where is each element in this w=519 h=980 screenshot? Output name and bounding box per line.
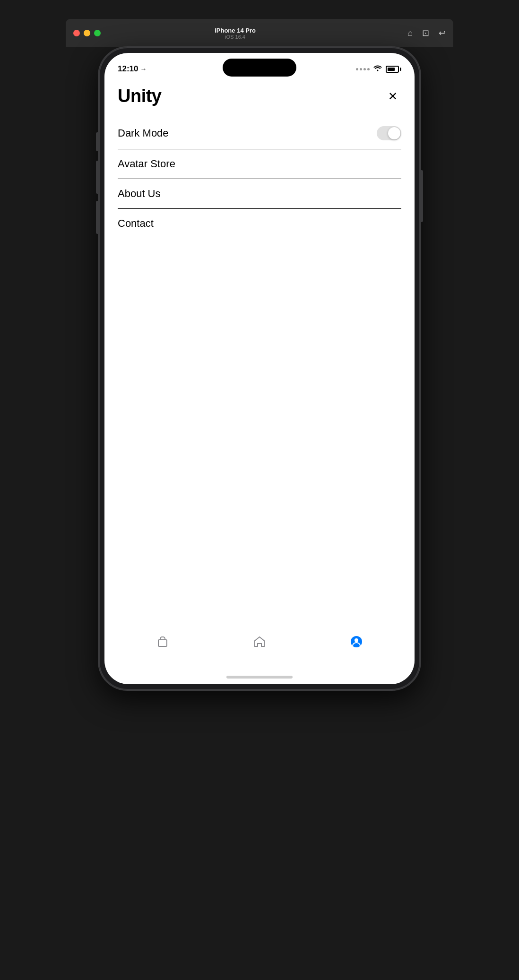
location-arrow-icon: → (140, 65, 147, 73)
status-bar: 12:10 → (104, 53, 415, 78)
volume-up-button (96, 161, 99, 194)
app-title: Unity (118, 86, 162, 106)
menu-list: Dark Mode Avatar Store About Us Contact (118, 118, 401, 623)
battery-icon (386, 66, 401, 73)
toolbar-icons: ⌂ ⊡ ↩ (407, 28, 446, 38)
home-bar (226, 676, 293, 679)
about-us-label: About Us (118, 188, 161, 200)
device-ios-version: iOS 16.4 (69, 34, 402, 40)
mac-toolbar: iPhone 14 Pro iOS 16.4 ⌂ ⊡ ↩ (66, 19, 453, 47)
home-icon (253, 635, 266, 648)
home-indicator (104, 670, 415, 684)
toggle-thumb (388, 127, 400, 139)
app-header: Unity ✕ (118, 78, 401, 118)
signal-icon (356, 68, 370, 70)
app-content: Unity ✕ Dark Mode Avatar Store (104, 78, 415, 623)
home-toolbar-icon[interactable]: ⌂ (407, 28, 413, 38)
toolbar-title: iPhone 14 Pro iOS 16.4 (69, 27, 402, 40)
device-name: iPhone 14 Pro (69, 27, 402, 34)
svg-point-2 (355, 638, 358, 642)
dynamic-island (223, 59, 296, 77)
tab-shop[interactable] (114, 635, 211, 648)
tab-profile[interactable] (308, 635, 405, 648)
avatar-store-label: Avatar Store (118, 158, 175, 170)
contact-label: Contact (118, 217, 154, 230)
phone-screen: 12:10 → (104, 53, 415, 684)
menu-item-dark-mode[interactable]: Dark Mode (118, 118, 401, 149)
screenshot-toolbar-icon[interactable]: ⊡ (422, 28, 429, 38)
profile-icon (350, 635, 363, 648)
rotate-toolbar-icon[interactable]: ↩ (439, 28, 446, 38)
volume-down-button (96, 201, 99, 234)
dark-mode-label: Dark Mode (118, 127, 169, 139)
tab-bar (104, 623, 415, 670)
mute-button (96, 132, 99, 151)
dark-mode-toggle[interactable] (377, 126, 401, 140)
svg-rect-0 (158, 640, 167, 646)
tab-home[interactable] (211, 635, 308, 648)
time-display: 12:10 (118, 64, 138, 74)
status-icons (356, 65, 401, 73)
power-button (420, 170, 423, 222)
close-button[interactable]: ✕ (384, 88, 401, 105)
menu-item-about-us[interactable]: About Us (118, 179, 401, 209)
phone-frame: 12:10 → (99, 47, 420, 690)
shop-icon (156, 635, 169, 648)
wifi-icon (373, 65, 382, 73)
menu-item-contact[interactable]: Contact (118, 209, 401, 238)
menu-item-avatar-store[interactable]: Avatar Store (118, 149, 401, 179)
status-time: 12:10 → (118, 64, 147, 74)
